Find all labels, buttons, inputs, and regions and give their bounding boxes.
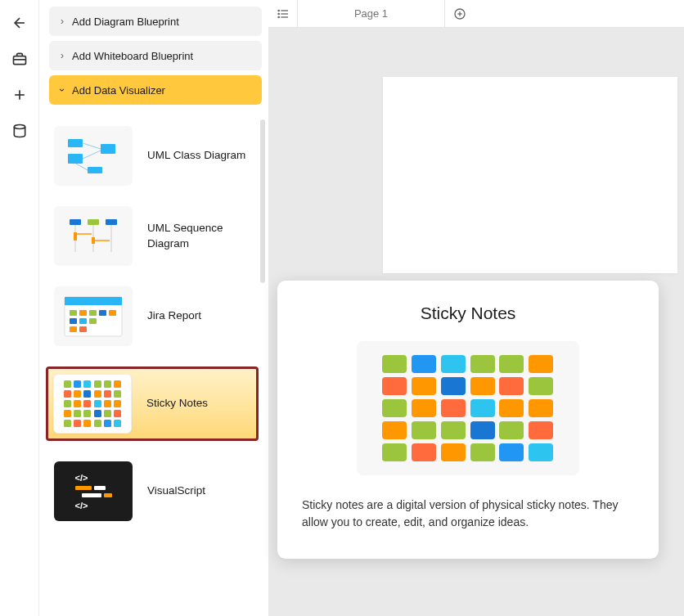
page-surface[interactable] (383, 77, 677, 273)
database-icon (11, 123, 28, 139)
svg-point-1 (14, 125, 25, 129)
svg-rect-26 (70, 318, 77, 324)
uml-sequence-thumb (54, 206, 133, 266)
list-icon (277, 7, 290, 20)
svg-rect-25 (109, 310, 116, 316)
svg-rect-15 (74, 232, 77, 241)
accordion-diagram-blueprint[interactable]: › Add Diagram Blueprint (49, 7, 262, 36)
visualizer-item-jira[interactable]: Jira Report (54, 286, 262, 346)
svg-rect-30 (79, 326, 87, 332)
back-button[interactable] (3, 7, 36, 39)
accordion-whiteboard-blueprint[interactable]: › Add Whiteboard Blueprint (49, 41, 262, 70)
visualizer-label: UML Class Diagram (147, 148, 245, 164)
canvas-topbar: Page 1 (268, 0, 684, 28)
svg-rect-10 (88, 219, 99, 225)
svg-line-7 (83, 151, 101, 159)
svg-rect-4 (101, 144, 115, 154)
visualizer-label: Sticky Notes (146, 396, 208, 411)
arrow-left-icon (11, 15, 28, 31)
svg-rect-20 (65, 297, 122, 305)
add-button[interactable] (3, 79, 36, 111)
popup-description: Sticky notes are a digital version of ph… (302, 497, 634, 531)
visualizer-item-uml-sequence[interactable]: UML Sequence Diagram (54, 206, 262, 266)
svg-point-34 (278, 10, 279, 11)
svg-rect-3 (68, 154, 83, 164)
accordion-label: Add Data Visualizer (72, 84, 165, 97)
svg-line-6 (83, 143, 101, 149)
tab-label: Page 1 (354, 7, 388, 20)
accordion-data-visualizer[interactable]: › Add Data Visualizer (49, 75, 262, 105)
page-tab[interactable]: Page 1 (298, 0, 445, 28)
add-page-button[interactable] (445, 0, 475, 28)
visualizer-list: UML Class Diagram UML Sequence Diagra (49, 110, 262, 521)
plus-circle-icon (453, 7, 466, 20)
sidebar-panel: › Add Diagram Blueprint › Add Whiteboard… (39, 0, 268, 616)
accordion-label: Add Whiteboard Blueprint (72, 50, 193, 62)
popup-title: Sticky Notes (302, 304, 634, 323)
svg-line-8 (76, 164, 88, 170)
visualizer-item-visualscript[interactable]: </> </> VisualScript (54, 461, 262, 521)
svg-rect-11 (106, 219, 117, 225)
jira-report-thumb (54, 286, 133, 346)
toolbox-button[interactable] (3, 43, 36, 75)
svg-rect-28 (89, 318, 97, 324)
chevron-right-icon: › (61, 50, 64, 61)
visualizer-label: UML Sequence Diagram (147, 221, 262, 252)
left-rail (0, 0, 39, 616)
svg-rect-5 (88, 167, 102, 173)
list-toggle-button[interactable] (268, 0, 298, 28)
svg-rect-27 (79, 318, 87, 324)
svg-rect-29 (70, 326, 77, 332)
data-button[interactable] (3, 115, 36, 147)
svg-rect-23 (89, 310, 97, 316)
plus-icon (11, 87, 28, 103)
svg-rect-24 (99, 310, 106, 316)
visualizer-label: Jira Report (147, 308, 201, 324)
accordion-label: Add Diagram Blueprint (72, 16, 179, 28)
chevron-right-icon: › (61, 16, 64, 27)
svg-rect-16 (92, 237, 95, 244)
visualizer-label: VisualScript (147, 483, 205, 499)
sticky-notes-thumb (53, 374, 132, 434)
chevron-down-icon: › (56, 88, 68, 92)
svg-rect-9 (70, 219, 81, 225)
visualizer-item-uml-class[interactable]: UML Class Diagram (54, 126, 262, 186)
visualscript-thumb: </> </> (54, 461, 133, 521)
toolbox-icon (11, 51, 28, 67)
svg-rect-22 (79, 310, 87, 316)
sticky-notes-popup: Sticky Notes Sticky notes are a digital … (277, 281, 659, 559)
svg-point-35 (278, 13, 279, 14)
uml-class-thumb (54, 126, 133, 186)
popup-preview (357, 341, 579, 475)
svg-rect-21 (70, 310, 77, 316)
svg-rect-2 (68, 139, 83, 147)
svg-point-36 (278, 16, 279, 17)
visualizer-item-sticky-notes-selected[interactable]: Sticky Notes (46, 366, 259, 441)
